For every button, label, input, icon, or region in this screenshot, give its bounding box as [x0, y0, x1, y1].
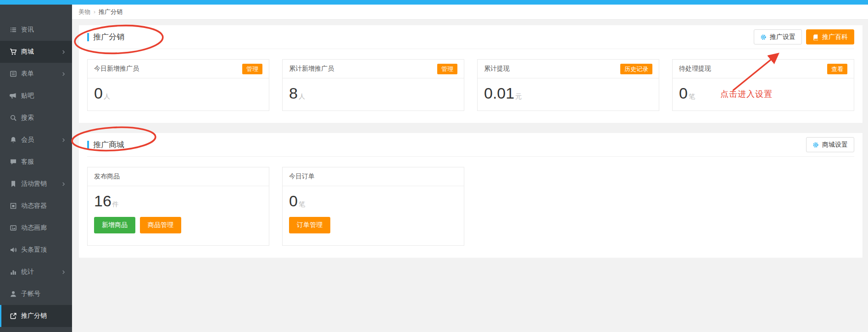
list-icon	[10, 26, 17, 33]
sidebar-item-label: 统计	[21, 268, 34, 276]
stat-card-orders-today: 今日订单 0笔 订单管理	[282, 167, 464, 246]
distribution-panel: 推广分销 推广设置 推广百科 今日新增推广员 管理	[79, 25, 862, 123]
sidebar-item-label: 商城	[21, 48, 34, 56]
card-title: 今日新增推广员	[94, 65, 139, 73]
stat-value: 16	[94, 192, 111, 210]
card-header: 累计提现 历史记录	[478, 60, 659, 78]
sidebar-item-stats[interactable]: 统计	[0, 261, 72, 283]
breadcrumb-root[interactable]: 美物	[78, 8, 90, 16]
stat-card-total-promoters: 累计新增推广员 管理 8人	[282, 59, 464, 111]
mall-settings-label: 商城设置	[822, 141, 848, 149]
stat-unit: 笔	[299, 200, 305, 208]
view-badge[interactable]: 查看	[827, 64, 847, 74]
sidebar-item-label: 动态容器	[21, 202, 47, 210]
stat-value: 0	[94, 84, 103, 102]
sidebar-item-label: 表单	[21, 70, 34, 78]
stat-value: 8	[289, 84, 298, 102]
sidebar-item-news[interactable]: 资讯	[0, 19, 72, 41]
chevron-right-icon	[61, 182, 66, 187]
card-header: 今日新增推广员 管理	[88, 60, 269, 78]
sidebar-item-label: 动态画廊	[21, 224, 47, 232]
content: 推广分销 推广设置 推广百科 今日新增推广员 管理	[72, 20, 868, 258]
card-body: 8人	[283, 78, 464, 111]
card-title: 累计提现	[484, 65, 510, 73]
card-header: 待处理提现 查看	[673, 60, 854, 78]
sidebar-item-subaccount[interactable]: 子帐号	[0, 283, 72, 305]
book-icon	[812, 34, 819, 40]
card-header: 发布商品	[88, 167, 269, 186]
sidebar-item-dynamic-container[interactable]: 动态容器	[0, 195, 72, 217]
megaphone-icon	[10, 92, 17, 100]
sidebar-item-label: 头条置顶	[21, 246, 47, 254]
card-header: 累计新增推广员 管理	[283, 60, 464, 78]
stat-unit: 件	[112, 200, 119, 208]
gear-icon	[812, 142, 819, 148]
mall-panel: 推广商城 商城设置 发布商品 16件	[79, 133, 862, 258]
sidebar-item-dynamic-gallery[interactable]: 动态画廊	[0, 217, 72, 239]
cart-icon	[10, 48, 17, 55]
mall-panel-header: 推广商城 商城设置	[87, 133, 854, 157]
speaker-icon	[10, 246, 17, 254]
sidebar-item-label: 贴吧	[21, 92, 34, 100]
card-title: 累计新增推广员	[289, 65, 334, 73]
breadcrumb-current: 推广分销	[99, 8, 122, 16]
mall-settings-button[interactable]: 商城设置	[806, 137, 854, 152]
chevron-right-icon	[61, 72, 66, 77]
sidebar-item-tieba[interactable]: 贴吧	[0, 85, 72, 107]
sidebar-item-label: 活动营销	[21, 180, 47, 188]
promotion-wiki-button[interactable]: 推广百科	[806, 29, 854, 44]
card-body: 16件 新增商品 商品管理	[88, 186, 269, 245]
sidebar-item-forms[interactable]: 表单	[0, 63, 72, 85]
stat-unit: 元	[515, 93, 522, 100]
promotion-settings-button[interactable]: 推广设置	[754, 29, 802, 44]
distribution-panel-header: 推广分销 推广设置 推广百科	[87, 25, 854, 49]
title-marker	[87, 141, 89, 149]
form-icon	[10, 70, 17, 77]
gear-icon	[760, 34, 767, 40]
card-title: 发布商品	[94, 172, 120, 181]
distribution-title: 推广分销	[93, 32, 124, 42]
stat-card-published-goods: 发布商品 16件 新增商品 商品管理	[87, 167, 269, 246]
manage-badge[interactable]: 管理	[242, 64, 262, 74]
stat-card-total-withdrawal: 累计提现 历史记录 0.01元	[477, 59, 659, 111]
chevron-right-icon	[61, 50, 66, 55]
sidebar-item-search[interactable]: 搜索	[0, 107, 72, 129]
stat-unit: 笔	[689, 93, 695, 100]
breadcrumb-separator-icon: ›	[94, 9, 95, 15]
order-manage-button[interactable]: 订单管理	[289, 217, 330, 233]
gallery-icon	[10, 224, 17, 232]
chevron-right-icon	[61, 270, 66, 275]
sidebar-item-label: 客服	[21, 158, 34, 166]
card-header: 今日订单	[283, 167, 464, 186]
sidebar-item-headline-top[interactable]: 头条置顶	[0, 239, 72, 261]
sidebar-item-members[interactable]: 会员	[0, 129, 72, 151]
add-goods-button[interactable]: 新增商品	[94, 217, 135, 233]
sidebar-item-mall[interactable]: 商城	[0, 41, 72, 63]
title-marker	[87, 33, 89, 41]
bell-icon	[10, 136, 17, 144]
sidebar-item-marketing[interactable]: 活动营销	[0, 173, 72, 195]
stat-card-new-promoters-today: 今日新增推广员 管理 0人	[87, 59, 269, 111]
card-body: 0人	[88, 78, 269, 111]
search-icon	[10, 114, 17, 122]
share-icon	[10, 312, 17, 320]
stat-unit: 人	[299, 93, 305, 100]
chevron-right-icon	[61, 138, 66, 143]
sidebar-item-label: 会员	[21, 136, 34, 144]
stat-unit: 人	[104, 93, 110, 100]
sidebar: 资讯 商城 表单 贴吧 搜索 会员 客服	[0, 5, 72, 332]
bar-chart-icon	[10, 268, 17, 276]
stat-card-pending-withdrawal: 待处理提现 查看 0笔	[672, 59, 854, 111]
sidebar-item-distribution[interactable]: 推广分销	[0, 305, 72, 327]
history-badge[interactable]: 历史记录	[620, 64, 652, 74]
promotion-wiki-label: 推广百科	[822, 33, 848, 41]
container-icon	[10, 202, 17, 210]
sidebar-item-service[interactable]: 客服	[0, 151, 72, 173]
sidebar-item-label: 资讯	[21, 26, 34, 34]
manage-badge[interactable]: 管理	[437, 64, 457, 74]
sidebar-item-label: 搜索	[21, 114, 34, 122]
goods-manage-button[interactable]: 商品管理	[140, 217, 181, 233]
sidebar-item-label: 推广分销	[21, 312, 47, 320]
stat-value: 0	[289, 192, 298, 210]
user-icon	[10, 290, 17, 298]
